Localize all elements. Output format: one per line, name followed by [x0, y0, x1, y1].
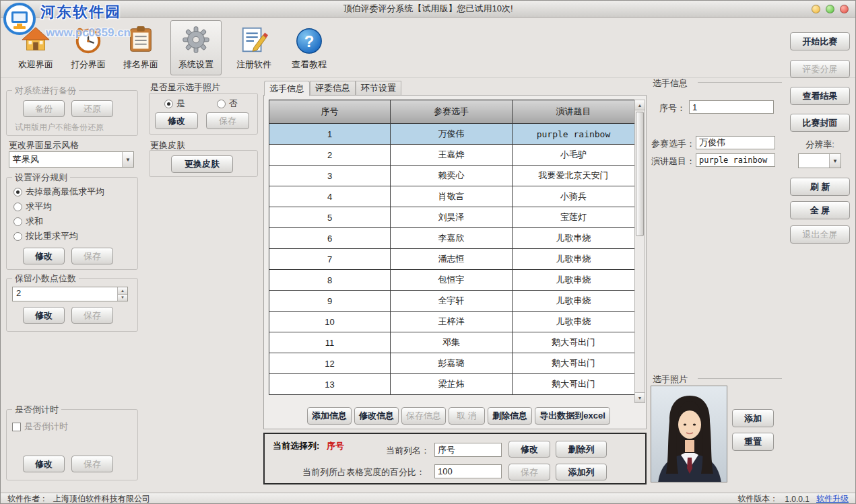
- cell-no[interactable]: 11: [269, 332, 391, 353]
- view-results-button[interactable]: 查看结果: [790, 87, 850, 105]
- table-row[interactable]: 2 王嘉烨 小毛驴: [269, 145, 635, 166]
- show-photo-save-button[interactable]: 保存: [206, 112, 249, 129]
- export-excel-button[interactable]: 导出数据到excel: [535, 407, 610, 425]
- table-row[interactable]: 4 肖敬言 小骑兵: [269, 186, 635, 207]
- col-header-topic[interactable]: 演讲题目: [513, 100, 635, 124]
- col-header-contestant[interactable]: 参赛选手: [391, 100, 513, 124]
- cell-topic[interactable]: 鹅大哥出门: [513, 332, 635, 353]
- detail-no-input[interactable]: [689, 100, 774, 114]
- cell-contestant[interactable]: 邓集: [391, 332, 513, 353]
- scroll-down-icon[interactable]: ▼: [635, 392, 645, 402]
- cell-contestant[interactable]: 潘志恒: [391, 249, 513, 270]
- cell-contestant[interactable]: 王梓洋: [391, 312, 513, 332]
- table-row[interactable]: 1 万俊伟 purple rainbow: [269, 124, 635, 145]
- exit-fullscreen-button[interactable]: 退出全屏: [790, 225, 850, 244]
- detail-topic-input[interactable]: [696, 153, 775, 167]
- rules-save-button[interactable]: 保存: [71, 248, 113, 264]
- cell-no[interactable]: 5: [269, 207, 391, 228]
- change-skin-button[interactable]: 更换皮肤: [171, 155, 233, 173]
- col-header-no[interactable]: 序号: [269, 100, 391, 124]
- cell-contestant[interactable]: 彭嘉璐: [391, 353, 513, 374]
- table-scrollbar[interactable]: ▲ ▼: [634, 100, 645, 403]
- table-row[interactable]: 12 彭嘉璐 鹅大哥出门: [269, 353, 635, 374]
- cell-contestant[interactable]: 王嘉烨: [391, 145, 513, 166]
- judge-screen-button[interactable]: 评委分屏: [790, 60, 850, 78]
- countdown-checkbox-row[interactable]: 是否倒计时: [12, 421, 68, 433]
- cell-topic[interactable]: 鹅大哥出门: [513, 374, 635, 395]
- column-modify-button[interactable]: 修改: [508, 441, 550, 458]
- add-info-button[interactable]: 添加信息: [307, 407, 352, 425]
- rule-option-weighted[interactable]: 按比重求平均: [13, 230, 78, 242]
- table-row[interactable]: 6 李嘉欣 儿歌串烧: [269, 228, 635, 249]
- minimize-button[interactable]: [812, 5, 820, 13]
- decimal-modify-button[interactable]: 修改: [23, 307, 65, 324]
- countdown-save-button[interactable]: 保存: [71, 456, 113, 472]
- cell-no[interactable]: 10: [269, 312, 391, 332]
- rule-option-sum[interactable]: 求和: [13, 215, 43, 227]
- show-photo-yes[interactable]: 是: [164, 98, 185, 110]
- cell-topic[interactable]: 小毛驴: [513, 145, 635, 166]
- cell-no[interactable]: 3: [269, 166, 391, 186]
- close-button[interactable]: [840, 5, 849, 13]
- cell-no[interactable]: 9: [269, 291, 391, 312]
- cell-topic[interactable]: 儿歌串烧: [513, 270, 635, 291]
- column-name-input[interactable]: [434, 443, 502, 457]
- cell-no[interactable]: 6: [269, 228, 391, 249]
- scroll-up-icon[interactable]: ▲: [635, 100, 645, 110]
- column-save-button[interactable]: 保存: [508, 464, 550, 480]
- refresh-button[interactable]: 刷 新: [790, 178, 850, 196]
- delete-info-button[interactable]: 删除信息: [488, 407, 532, 425]
- detail-name-input[interactable]: [696, 136, 775, 149]
- scrollbar-thumb[interactable]: [636, 112, 644, 236]
- cancel-button[interactable]: 取 消: [449, 407, 485, 425]
- tab-contestant-info[interactable]: 选手信息: [264, 81, 310, 96]
- decimal-places-stepper[interactable]: 2 ▲▼: [12, 287, 128, 301]
- rule-option-average[interactable]: 求平均: [13, 201, 52, 213]
- cell-contestant[interactable]: 刘昊泽: [391, 207, 513, 228]
- cell-no[interactable]: 4: [269, 186, 391, 207]
- cell-contestant[interactable]: 肖敬言: [391, 186, 513, 207]
- toolbar-ranking[interactable]: 排名界面: [115, 20, 166, 75]
- cell-topic[interactable]: 儿歌串烧: [513, 291, 635, 312]
- table-row[interactable]: 3 赖奕心 我要爱北京天安门: [269, 166, 635, 186]
- modify-info-button[interactable]: 修改信息: [354, 407, 399, 425]
- column-delete-button[interactable]: 删除列: [556, 441, 607, 458]
- resolution-select[interactable]: ▼: [798, 153, 841, 168]
- cell-topic[interactable]: 我要爱北京天安门: [513, 166, 635, 186]
- cell-no[interactable]: 12: [269, 353, 391, 374]
- cell-no[interactable]: 1: [269, 124, 391, 145]
- cell-topic[interactable]: 儿歌串烧: [513, 228, 635, 249]
- toolbar-scoring[interactable]: 打分界面: [63, 20, 114, 75]
- stepper-up-icon[interactable]: ▲: [118, 287, 127, 295]
- show-photo-modify-button[interactable]: 修改: [155, 112, 198, 129]
- cell-contestant[interactable]: 赖奕心: [391, 166, 513, 186]
- cell-contestant[interactable]: 李嘉欣: [391, 228, 513, 249]
- cell-topic[interactable]: 儿歌串烧: [513, 312, 635, 332]
- show-photo-no[interactable]: 否: [217, 98, 238, 110]
- cell-topic[interactable]: purple rainbow: [513, 124, 635, 145]
- style-select[interactable]: 苹果风 ▼: [9, 151, 134, 168]
- tab-judge-info[interactable]: 评委信息: [310, 81, 356, 96]
- cell-topic[interactable]: 小骑兵: [513, 186, 635, 207]
- cell-no[interactable]: 13: [269, 374, 391, 395]
- toolbar-settings[interactable]: 系统设置: [170, 20, 222, 75]
- toolbar-register[interactable]: 注册软件: [228, 20, 279, 75]
- table-row[interactable]: 9 全宇轩 儿歌串烧: [269, 291, 635, 312]
- table-row[interactable]: 10 王梓洋 儿歌串烧: [269, 312, 635, 332]
- table-row[interactable]: 13 梁芷炜 鹅大哥出门: [269, 374, 635, 395]
- photo-add-button[interactable]: 添加: [732, 409, 774, 427]
- cell-contestant[interactable]: 包恒宇: [391, 270, 513, 291]
- stepper-down-icon[interactable]: ▼: [118, 295, 127, 301]
- table-row[interactable]: 8 包恒宇 儿歌串烧: [269, 270, 635, 291]
- maximize-button[interactable]: [826, 5, 834, 13]
- column-width-input[interactable]: [434, 464, 502, 478]
- start-competition-button[interactable]: 开始比赛: [790, 32, 850, 50]
- fullscreen-button[interactable]: 全 屏: [790, 201, 850, 219]
- competition-cover-button[interactable]: 比赛封面: [790, 114, 850, 132]
- cell-contestant[interactable]: 万俊伟: [391, 124, 513, 145]
- cell-no[interactable]: 7: [269, 249, 391, 270]
- backup-button[interactable]: 备份: [23, 100, 65, 117]
- toolbar-welcome[interactable]: 欢迎界面: [10, 20, 61, 75]
- column-add-button[interactable]: 添加列: [556, 464, 607, 480]
- table-row[interactable]: 5 刘昊泽 宝莲灯: [269, 207, 635, 228]
